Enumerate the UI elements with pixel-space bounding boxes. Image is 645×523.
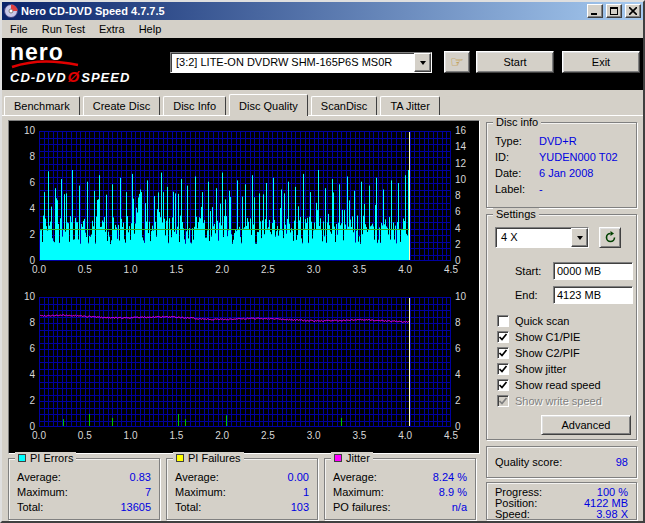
exit-button[interactable]: Exit <box>562 51 640 73</box>
axis-tick-label: 10 <box>455 175 477 185</box>
menu-extra[interactable]: Extra <box>92 21 132 37</box>
tab-scandisc[interactable]: ScanDisc <box>311 96 377 115</box>
scan-speed-value: 4 X <box>496 228 571 247</box>
checkbox-box[interactable] <box>497 347 509 359</box>
stat-label: Average: <box>17 471 61 483</box>
menu-bar: File Run Test Extra Help <box>2 20 643 38</box>
tab-benchmark[interactable]: Benchmark <box>4 96 80 115</box>
stat-value: 8.9 % <box>439 486 467 498</box>
axis-tick-label: 1.0 <box>120 431 142 441</box>
axis-tick-label: 3.0 <box>303 265 325 275</box>
tab-disc-quality[interactable]: Disc Quality <box>229 94 308 116</box>
tab-disc-info[interactable]: Disc Info <box>163 96 226 115</box>
axis-tick-label: 0.5 <box>74 265 96 275</box>
axis-tick-label: 8 <box>455 191 477 201</box>
menu-help[interactable]: Help <box>132 21 169 37</box>
axis-tick-label: 6 <box>13 178 35 188</box>
checkbox-quick-scan[interactable]: Quick scan <box>497 314 630 328</box>
axis-tick-label: 1.0 <box>120 265 142 275</box>
checkbox-show-c1-pie[interactable]: Show C1/PIE <box>497 330 630 344</box>
pi-errors-caption: PI Errors <box>15 452 76 464</box>
axis-tick-label: 4.5 <box>440 431 462 441</box>
minimize-button[interactable] <box>587 4 603 18</box>
pi-failures-stats-group: PI Failures Average: 0.00 Maximum: 1 Tot… <box>166 458 318 520</box>
stat-value: 1 <box>303 486 309 498</box>
menu-file[interactable]: File <box>3 21 35 37</box>
speed-slash-icon: Ø <box>67 68 82 85</box>
axis-tick-label: 4 <box>13 370 35 380</box>
checkbox-label: Show C2/PIF <box>515 347 580 359</box>
stat-value: 8.24 % <box>433 471 467 483</box>
app-window: Nero CD-DVD Speed 4.7.7.5 File Run Test … <box>0 0 645 523</box>
start-position-label: Start: <box>515 265 541 277</box>
pi-errors-title: PI Errors <box>30 452 73 464</box>
disc-date-row: Date: 6 Jan 2008 <box>495 167 628 179</box>
stat-row: Total: 13605 <box>17 501 151 513</box>
quality-score-value: 98 <box>616 456 628 468</box>
pif-jitter-chart <box>39 297 451 427</box>
axis-tick-label: 4.0 <box>394 265 416 275</box>
checkbox-show-jitter[interactable]: Show jitter <box>497 362 630 376</box>
axis-tick-label: 12 <box>455 159 477 169</box>
maximize-button[interactable] <box>606 4 622 18</box>
stat-row: Average: 0.83 <box>17 471 151 483</box>
drive-select[interactable]: [3:2] LITE-ON DVDRW SHM-165P6S MS0R <box>170 52 432 73</box>
axis-tick-label: 8 <box>13 152 35 162</box>
checkbox-show-read-speed[interactable]: Show read speed <box>497 378 630 392</box>
chevron-down-icon <box>420 61 426 68</box>
axis-tick-label: 6 <box>455 344 477 354</box>
tab-create-disc[interactable]: Create Disc <box>83 96 160 115</box>
start-button[interactable]: Start <box>476 51 554 73</box>
checkbox-show-c2-pif[interactable]: Show C2/PIF <box>497 346 630 360</box>
stat-row: Average: 0.00 <box>175 471 309 483</box>
stat-value: 7 <box>145 486 151 498</box>
axis-tick-label: 3.0 <box>303 431 325 441</box>
scan-speed-dropdown-button[interactable] <box>571 228 588 247</box>
checkbox-show-write-speed[interactable]: Show write speed <box>497 394 630 408</box>
axis-tick-label: 3.5 <box>348 431 370 441</box>
axis-tick-label: 4.0 <box>394 431 416 441</box>
tab-ta-jitter[interactable]: TA Jitter <box>380 96 440 115</box>
checkbox-label: Show write speed <box>515 395 602 407</box>
axis-tick-label: 2 <box>13 230 35 240</box>
drive-select-dropdown-button[interactable] <box>414 53 431 72</box>
axis-tick-label: 4 <box>455 370 477 380</box>
quality-chart-panel: 024681002468101214160.00.51.01.52.02.53.… <box>8 120 480 454</box>
menu-run-test[interactable]: Run Test <box>35 21 92 37</box>
product-name: CD-DVDØSPEED <box>10 68 130 85</box>
checkbox-box[interactable] <box>497 363 509 375</box>
axis-tick-label: 6 <box>13 344 35 354</box>
checkbox-box[interactable] <box>497 379 509 391</box>
jitter-stats-group: Jitter Average: 8.24 % Maximum: 8.9 % PO… <box>324 458 476 520</box>
axis-tick-label: 14 <box>455 142 477 152</box>
progress-group: Progress: 100 % Position: 4122 MB Speed:… <box>486 482 637 520</box>
axis-tick-label: 10 <box>13 126 35 136</box>
stat-label: Maximum: <box>17 486 68 498</box>
jitter-swatch-icon <box>334 454 342 462</box>
pi-failures-swatch-icon <box>176 454 184 462</box>
stat-value: n/a <box>452 501 467 513</box>
axis-tick-label: 0 <box>455 256 477 266</box>
eject-disc-button[interactable]: ☞ <box>444 51 470 73</box>
disc-label-row: Label: - <box>495 183 628 195</box>
checkbox-box[interactable] <box>497 315 509 327</box>
pi-errors-stats-group: PI Errors Average: 0.83 Maximum: 7 Total… <box>8 458 160 520</box>
chevron-down-icon <box>577 236 583 243</box>
close-button[interactable] <box>625 4 641 18</box>
drive-select-value: [3:2] LITE-ON DVDRW SHM-165P6S MS0R <box>171 53 414 72</box>
start-position-input[interactable] <box>553 262 633 280</box>
checkbox-box[interactable] <box>497 331 509 343</box>
speed-row: Speed: 3.98 X <box>495 508 628 520</box>
tab-strip: Benchmark Create Disc Disc Info Disc Qua… <box>2 90 643 115</box>
advanced-button[interactable]: Advanced <box>541 415 631 435</box>
refresh-button[interactable] <box>599 227 621 248</box>
pi-errors-chart <box>39 131 451 261</box>
scan-speed-select[interactable]: 4 X <box>495 227 589 248</box>
axis-tick-label: 10 <box>455 292 477 302</box>
end-position-input[interactable] <box>553 286 633 304</box>
axis-tick-label: 0.0 <box>28 265 50 275</box>
checkbox-box[interactable] <box>497 395 509 407</box>
axis-tick-label: 2.5 <box>257 265 279 275</box>
axis-tick-label: 2 <box>455 240 477 250</box>
minimize-icon <box>591 8 599 15</box>
